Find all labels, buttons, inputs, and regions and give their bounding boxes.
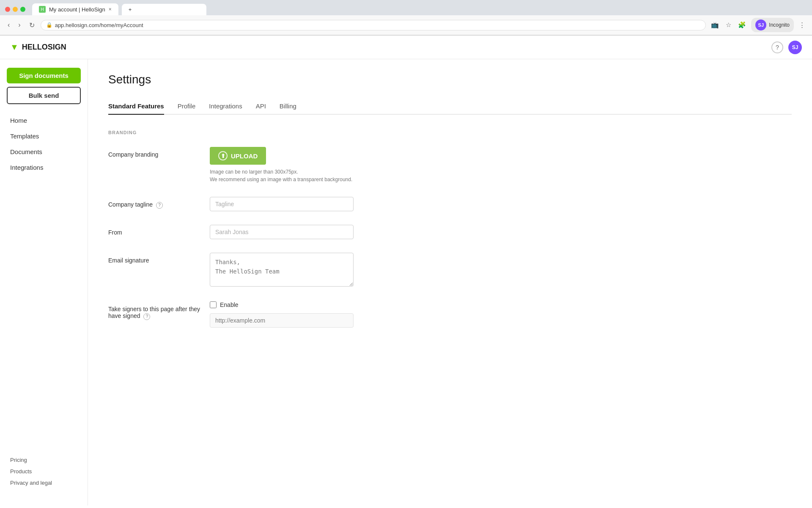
browser-window-controls [5, 7, 25, 12]
incognito-avatar: SJ [755, 19, 766, 30]
tab-close-button[interactable]: × [109, 6, 112, 12]
logo-text: HELLOSIGN [22, 43, 66, 52]
upload-button[interactable]: ⬆ UPLOAD [210, 147, 266, 165]
sidebar-item-integrations[interactable]: Integrations [7, 160, 81, 175]
upload-hint-line1: Image can be no larger than 300x75px. [210, 169, 298, 175]
incognito-label: Incognito [769, 22, 790, 28]
company-tagline-row: Company tagline ? [108, 197, 792, 211]
browser-titlebar: H My account | HelloSign × + [0, 0, 812, 15]
incognito-badge[interactable]: SJ Incognito [751, 18, 794, 32]
browser-chrome: H My account | HelloSign × + ‹ › ↻ 🔒 app… [0, 0, 812, 36]
company-tagline-label: Company tagline ? [108, 197, 210, 209]
sidebar-item-home[interactable]: Home [7, 113, 81, 128]
active-tab[interactable]: H My account | HelloSign × [32, 3, 118, 15]
tab-api[interactable]: API [256, 98, 266, 115]
app-body: Sign documents Bulk send Home Templates … [0, 59, 812, 505]
bulk-send-button[interactable]: Bulk send [7, 87, 81, 104]
tab-favicon: H [39, 6, 46, 13]
sidebar-bottom: Pricing Products Privacy and legal [7, 454, 81, 497]
page-title: Settings [108, 73, 792, 86]
nav-actions: 📺 ☆ 🧩 SJ Incognito ⋮ [709, 18, 807, 32]
company-branding-control: ⬆ UPLOAD Image can be no larger than 300… [210, 147, 792, 183]
sidebar-item-templates[interactable]: Templates [7, 128, 81, 144]
tab-title: My account | HelloSign [49, 6, 105, 13]
email-signature-input[interactable] [210, 253, 354, 287]
email-signature-row: Email signature [108, 253, 792, 288]
main-content: Settings Standard Features Profile Integ… [88, 59, 812, 505]
upload-icon: ⬆ [218, 151, 228, 160]
bookmark-icon[interactable]: ☆ [724, 19, 733, 30]
sign-documents-button[interactable]: Sign documents [7, 68, 81, 83]
logo-icon: ▼ [10, 42, 19, 52]
from-label: From [108, 225, 210, 236]
enable-checkbox[interactable] [210, 301, 217, 308]
tab-profile[interactable]: Profile [178, 98, 196, 115]
company-branding-row: Company branding ⬆ UPLOAD Image can be n… [108, 147, 792, 183]
from-row: From [108, 225, 792, 239]
company-tagline-help-icon[interactable]: ? [156, 202, 163, 209]
user-avatar[interactable]: SJ [788, 41, 802, 54]
new-tab-button[interactable]: + [122, 4, 206, 15]
minimize-window-button[interactable] [13, 7, 18, 12]
email-signature-control [210, 253, 792, 288]
sidebar-top: Sign documents Bulk send Home Templates … [7, 68, 81, 175]
take-signers-row: Take signers to this page after they hav… [108, 301, 792, 328]
company-tagline-control [210, 197, 792, 211]
browser-navbar: ‹ › ↻ 🔒 app.hellosign.com/home/myAccount… [0, 15, 812, 35]
redirect-url-input[interactable] [210, 313, 354, 328]
upload-button-label: UPLOAD [231, 152, 258, 160]
enable-checkbox-label[interactable]: Enable [220, 301, 239, 308]
address-text: app.hellosign.com/home/myAccount [55, 22, 143, 28]
refresh-button[interactable]: ↻ [27, 19, 37, 31]
browser-menu-button[interactable]: ⋮ [797, 19, 807, 30]
lock-icon: 🔒 [46, 22, 52, 28]
upload-hint-line2: We recommend using an image with a trans… [210, 177, 352, 182]
company-branding-label: Company branding [108, 147, 210, 158]
enable-checkbox-row: Enable [210, 301, 792, 308]
take-signers-control: Enable [210, 301, 792, 328]
extensions-icon[interactable]: 🧩 [736, 19, 748, 30]
take-signers-help-icon[interactable]: ? [143, 313, 150, 320]
sidebar-item-documents[interactable]: Documents [7, 144, 81, 160]
sidebar-item-pricing[interactable]: Pricing [7, 454, 81, 466]
address-bar[interactable]: 🔒 app.hellosign.com/home/myAccount [41, 20, 706, 30]
branding-section-label: BRANDING [108, 130, 792, 135]
email-signature-label: Email signature [108, 253, 210, 264]
cast-icon[interactable]: 📺 [709, 19, 721, 30]
sidebar: Sign documents Bulk send Home Templates … [0, 59, 88, 505]
help-button[interactable]: ? [771, 41, 783, 53]
tab-billing[interactable]: Billing [280, 98, 296, 115]
upload-hint: Image can be no larger than 300x75px. We… [210, 168, 792, 183]
from-control [210, 225, 792, 239]
tab-integrations[interactable]: Integrations [209, 98, 242, 115]
header-actions: ? SJ [771, 41, 802, 54]
forward-button[interactable]: › [16, 19, 23, 30]
tab-standard-features[interactable]: Standard Features [108, 98, 164, 115]
back-button[interactable]: ‹ [5, 19, 12, 30]
app-header: ▼ HELLOSIGN ? SJ [0, 36, 812, 59]
sidebar-item-privacy[interactable]: Privacy and legal [7, 477, 81, 489]
maximize-window-button[interactable] [20, 7, 25, 12]
sidebar-nav: Home Templates Documents Integrations [7, 113, 81, 175]
from-input[interactable] [210, 225, 354, 239]
take-signers-label: Take signers to this page after they hav… [108, 301, 210, 320]
company-tagline-input[interactable] [210, 197, 354, 211]
app-logo[interactable]: ▼ HELLOSIGN [10, 42, 66, 52]
sidebar-item-products[interactable]: Products [7, 466, 81, 477]
settings-tabs: Standard Features Profile Integrations A… [108, 98, 792, 115]
close-window-button[interactable] [5, 7, 10, 12]
